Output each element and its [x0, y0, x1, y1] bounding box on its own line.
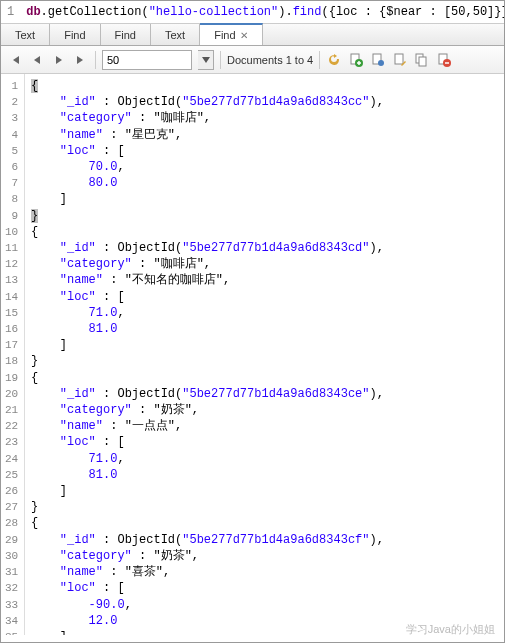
last-page-button[interactable] [73, 52, 89, 68]
line-number: 4 [5, 127, 20, 143]
query-token-db: db [26, 5, 40, 19]
line-number: 12 [5, 256, 20, 272]
code-line: "loc" : [ [31, 143, 384, 159]
code-line: 80.0 [31, 175, 384, 191]
line-number: 15 [5, 305, 20, 321]
code-line: "category" : "奶茶", [31, 548, 384, 564]
line-number: 21 [5, 402, 20, 418]
first-page-button[interactable] [7, 52, 23, 68]
code-line: 71.0, [31, 305, 384, 321]
document-range-label: Documents 1 to 4 [227, 54, 313, 66]
query-token-collection-name: "hello-collection" [149, 5, 279, 19]
line-number: 29 [5, 532, 20, 548]
tab-find-active[interactable]: Find✕ [200, 23, 262, 45]
line-number: 1 [5, 78, 20, 94]
code-line: ] [31, 629, 384, 635]
code-line: "category" : "咖啡店", [31, 256, 384, 272]
code-line: 12.0 [31, 613, 384, 629]
code-line: 70.0, [31, 159, 384, 175]
line-number: 10 [5, 224, 20, 240]
add-document-icon[interactable] [348, 52, 364, 68]
line-number: 13 [5, 272, 20, 288]
code-line: ] [31, 483, 384, 499]
toolbar-separator [220, 51, 221, 69]
prev-page-button[interactable] [29, 52, 45, 68]
tab-text-2[interactable]: Text [151, 24, 200, 45]
code-line: "loc" : [ [31, 289, 384, 305]
tab-label: Text [165, 29, 185, 41]
code-line: "loc" : [ [31, 580, 384, 596]
line-number: 2 [5, 94, 20, 110]
tab-text-1[interactable]: Text [1, 24, 50, 45]
code-line: "_id" : ObjectId("5be277d77b1d4a9a6d8343… [31, 532, 384, 548]
code-line: "name" : "喜茶", [31, 564, 384, 580]
page-size-input[interactable] [102, 50, 192, 70]
line-number: 18 [5, 353, 20, 369]
line-number: 25 [5, 467, 20, 483]
next-page-button[interactable] [51, 52, 67, 68]
line-number: 5 [5, 143, 20, 159]
line-number: 3 [5, 110, 20, 126]
copy-document-icon[interactable] [414, 52, 430, 68]
line-number: 30 [5, 548, 20, 564]
code-line: 81.0 [31, 321, 384, 337]
refresh-icon[interactable] [326, 52, 342, 68]
tab-label: Find [64, 29, 85, 41]
code-line: 71.0, [31, 451, 384, 467]
code-line: } [31, 499, 384, 515]
code-line: ] [31, 191, 384, 207]
line-number: 26 [5, 483, 20, 499]
code-line: "category" : "奶茶", [31, 402, 384, 418]
query-token-find: find [293, 5, 322, 19]
line-number: 7 [5, 175, 20, 191]
delete-document-icon[interactable] [436, 52, 452, 68]
line-number: 17 [5, 337, 20, 353]
line-number: 32 [5, 580, 20, 596]
code-line: 81.0 [31, 467, 384, 483]
tab-find-1[interactable]: Find [50, 24, 100, 45]
tab-find-2[interactable]: Find [101, 24, 151, 45]
toolbar-separator [95, 51, 96, 69]
line-number: 34 [5, 613, 20, 629]
code-line: "name" : "一点点", [31, 418, 384, 434]
code-line: } [31, 208, 384, 224]
svg-rect-4 [395, 54, 403, 64]
code-line: } [31, 353, 384, 369]
edit-document-icon[interactable] [392, 52, 408, 68]
code-line: { [31, 515, 384, 531]
line-number: 14 [5, 289, 20, 305]
tab-label: Find [115, 29, 136, 41]
query-token-close: ). [278, 5, 292, 19]
tab-label: Find [214, 29, 235, 41]
line-number: 11 [5, 240, 20, 256]
line-number: 9 [5, 208, 20, 224]
result-tabs: Text Find Find Text Find✕ [1, 24, 504, 46]
view-document-icon[interactable] [370, 52, 386, 68]
code-line: "_id" : ObjectId("5be277d77b1d4a9a6d8343… [31, 386, 384, 402]
svg-point-3 [378, 60, 384, 66]
line-number: 31 [5, 564, 20, 580]
line-number: 20 [5, 386, 20, 402]
line-number: 33 [5, 597, 20, 613]
code-line: { [31, 370, 384, 386]
page-size-dropdown[interactable] [198, 50, 214, 70]
json-result-view[interactable]: { "_id" : ObjectId("5be277d77b1d4a9a6d83… [25, 74, 390, 635]
query-bar: 1 db.getCollection("hello-collection").f… [1, 1, 504, 24]
query-line-number: 1 [7, 5, 19, 19]
code-line: ] [31, 337, 384, 353]
code-line: { [31, 224, 384, 240]
code-line: { [31, 78, 384, 94]
line-number: 24 [5, 451, 20, 467]
code-line: "loc" : [ [31, 434, 384, 450]
line-number: 6 [5, 159, 20, 175]
tab-label: Text [15, 29, 35, 41]
line-number: 16 [5, 321, 20, 337]
query-token-args: ({loc : {$near : [50,50]}}); [321, 5, 505, 19]
line-number: 23 [5, 434, 20, 450]
svg-rect-6 [419, 57, 426, 66]
close-icon[interactable]: ✕ [240, 30, 248, 41]
code-line: "category" : "咖啡店", [31, 110, 384, 126]
line-number: 35 [5, 629, 20, 635]
query-token-getcollection: .getCollection( [41, 5, 149, 19]
line-number: 28 [5, 515, 20, 531]
